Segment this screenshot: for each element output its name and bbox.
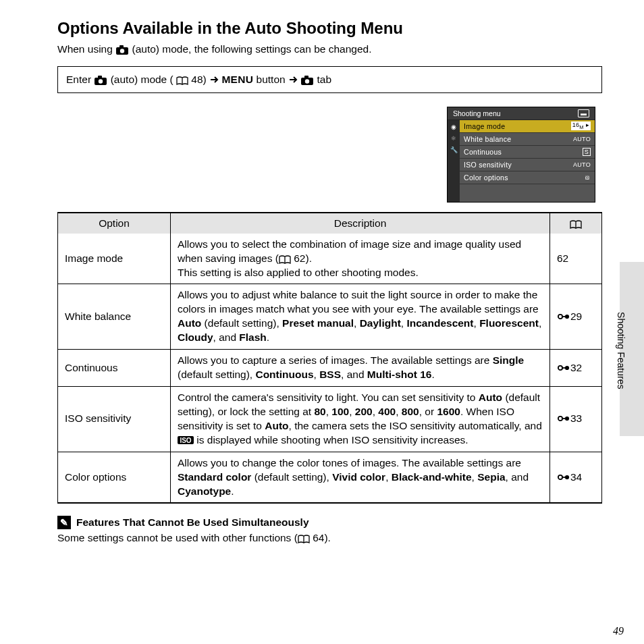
ref-cell: 33 (550, 386, 602, 452)
option-name: Image mode (58, 234, 171, 284)
lcd-rows: Image mode16M ▸ White balanceAUTO Contin… (460, 120, 595, 202)
nav-text-b: (auto) mode ( (111, 74, 173, 85)
desc-bold: Multi-shot 16 (367, 369, 432, 380)
intro-text: When using (auto) mode, the following se… (57, 43, 602, 55)
desc-bold: BSS (319, 369, 341, 380)
shooting-menu-lcd: Shooting menu ▬ ◉ ❄ 🔧 Image mode16M ▸ Wh… (447, 107, 595, 203)
desc-bold: Standard color (178, 471, 251, 483)
lcd-tab-strip: ◉ ❄ 🔧 (448, 120, 460, 202)
desc-bold: 400 (378, 406, 396, 417)
desc-text: (default setting), (251, 471, 332, 483)
desc-bold: Black-and-white (392, 471, 472, 483)
desc-text: Allows you to adjust white balance to su… (178, 289, 539, 315)
option-name: Color options (58, 452, 171, 503)
arrow-icon (209, 74, 219, 85)
option-name: White balance (58, 284, 171, 350)
desc-text: , (349, 406, 355, 417)
camera-icon (300, 74, 314, 85)
page-number: 49 (613, 625, 624, 637)
desc-bold: 80 (314, 406, 325, 417)
book-icon (176, 76, 188, 85)
desc-bold: Sepia (477, 471, 505, 483)
desc-text: . (431, 369, 434, 380)
navigation-path-box: Enter (auto) mode ( 48) MENU button tab (57, 66, 602, 93)
table-row: Continuous Allows you to capture a serie… (58, 350, 602, 387)
lcd-row-label: ISO sensitivity (464, 161, 512, 169)
desc-text: , and (213, 331, 240, 343)
desc-text: Allows you to capture a series of images… (178, 354, 493, 366)
lcd-row-label: Image mode (464, 122, 505, 130)
desc-bold: Auto (178, 317, 201, 329)
option-desc: Allows you to select the combination of … (171, 234, 550, 284)
intro-text-b: (auto) mode, the following settings can … (132, 43, 371, 55)
lcd-row-value: ⦻ (585, 174, 591, 181)
ref-num: 29 (570, 311, 582, 322)
desc-bold: Auto (479, 392, 502, 403)
option-name: ISO sensitivity (58, 386, 171, 452)
lcd-row-value: S (583, 148, 591, 156)
arrow-icon (288, 74, 298, 85)
lcd-title: Shooting menu (453, 109, 501, 117)
table-row: ISO sensitivity Control the camera's sen… (58, 386, 602, 452)
book-icon (570, 219, 582, 229)
ref-cell: 62 (550, 234, 602, 284)
setup-tab-icon: 🔧 (449, 145, 458, 155)
desc-text: Allows you to change the color tones of … (178, 457, 521, 468)
table-row: Image mode Allows you to select the comb… (58, 234, 602, 284)
lcd-row-label: White balance (464, 135, 511, 143)
ref-cell: 34 (550, 452, 602, 503)
desc-text: , (539, 317, 541, 329)
desc-text: , the camera sets the ISO sensitivity au… (289, 420, 542, 431)
desc-text: (default setting), (201, 317, 282, 329)
header-description: Description (171, 213, 550, 234)
ref-cell: 32 (550, 350, 602, 387)
table-header-row: Option Description (58, 213, 602, 234)
desc-text: , (472, 471, 478, 483)
lcd-row-continuous: ContinuousS (460, 146, 595, 159)
intro-text-a: When using (57, 43, 115, 55)
nav-text-c: 48) (191, 74, 209, 85)
lcd-row-label: Continuous (464, 148, 502, 156)
ref-num: 33 (570, 412, 582, 424)
nav-text-a: Enter (66, 74, 94, 85)
desc-bold: Single (493, 354, 525, 366)
note-heading: ✎ Features That Cannot Be Used Simultane… (57, 516, 602, 529)
desc-bold: Vivid color (332, 471, 385, 483)
option-desc: Allows you to capture a series of images… (171, 350, 550, 387)
desc-text: , (396, 406, 402, 417)
ref-cell: 29 (550, 284, 602, 350)
menu-label: MENU (221, 74, 253, 85)
table-row: White balance Allows you to adjust white… (58, 284, 602, 350)
lcd-row-value: 16M ▸ (571, 122, 591, 130)
section-tab-label: Shooting Features (616, 312, 626, 389)
note-body-a: Some settings cannot be used with other … (57, 532, 298, 543)
extref-icon (557, 472, 570, 483)
desc-bold: Continuous (255, 369, 313, 380)
desc-bold: 1600 (437, 406, 460, 417)
desc-text: , (314, 369, 320, 380)
desc-text: , and (341, 369, 367, 380)
lcd-row-value: AUTO (573, 136, 591, 142)
extref-icon (557, 311, 570, 322)
option-desc: Allows you to change the color tones of … (171, 452, 550, 503)
desc-text: is displayed while shooting when ISO sen… (194, 434, 468, 446)
desc-text: 62). (291, 252, 312, 264)
lcd-row-white-balance: White balanceAUTO (460, 133, 595, 146)
note-body-b: 64). (310, 532, 331, 543)
book-icon (279, 254, 291, 264)
desc-bold: Daylight (360, 317, 401, 329)
desc-text: . (267, 331, 269, 343)
desc-bold: Cloudy (178, 331, 213, 343)
lcd-row-value: AUTO (573, 161, 591, 168)
extref-icon (557, 363, 570, 373)
extref-icon (557, 413, 570, 424)
desc-text: , (354, 317, 360, 329)
option-name: Continuous (58, 350, 171, 387)
options-table: Option Description Image mode Allows you… (57, 212, 602, 504)
lcd-row-label: Color options (464, 173, 508, 182)
desc-text: , (474, 317, 480, 329)
desc-text: Control the camera's sensitivity to ligh… (178, 392, 479, 403)
desc-bold: Preset manual (282, 317, 354, 329)
section-tab: Shooting Features (620, 262, 644, 436)
lcd-row-image-mode: Image mode16M ▸ (460, 120, 595, 133)
